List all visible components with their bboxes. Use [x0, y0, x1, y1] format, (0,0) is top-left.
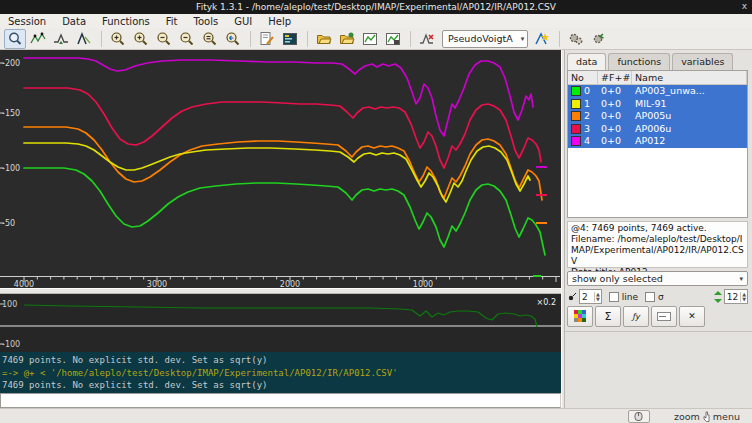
- table-header: No #F+# Name: [568, 71, 747, 85]
- svg-text:-200: -200: [2, 59, 20, 68]
- command-input-wrap: [0, 393, 561, 408]
- table-row[interactable]: 0 0+0 AP003_unwa...: [568, 85, 747, 98]
- auto-add-peak-button[interactable]: [531, 29, 553, 49]
- zoom-whole-button[interactable]: [199, 29, 221, 49]
- output-console-button[interactable]: [279, 29, 301, 49]
- dataset-no: 0: [584, 85, 590, 98]
- zoom-out-vertical-button[interactable]: [176, 29, 198, 49]
- aux-plot[interactable]: 100-100×0.2: [0, 294, 561, 352]
- close-icon[interactable]: x: [742, 1, 747, 11]
- load-data-button[interactable]: [313, 29, 335, 49]
- dataset-no: 1: [584, 98, 590, 111]
- baseline-button[interactable]: [50, 29, 72, 49]
- color-grid-icon: [574, 310, 586, 322]
- dataset-fz: 0+0: [598, 85, 632, 98]
- colors-button[interactable]: [567, 306, 593, 327]
- dataset-color-swatch[interactable]: [571, 99, 581, 109]
- show-filter-dropdown[interactable]: show only selected ▾: [567, 271, 748, 286]
- tab-variables[interactable]: variables: [672, 53, 733, 70]
- dataset-name: AP012: [632, 135, 747, 148]
- svg-text:×0.2: ×0.2: [537, 298, 556, 307]
- svg-text:1000: 1000: [413, 280, 433, 288]
- edit-title-button[interactable]: [651, 306, 677, 327]
- draw-peak-button[interactable]: [73, 29, 95, 49]
- data-range-button[interactable]: [27, 29, 49, 49]
- mouse-icon: [634, 412, 643, 421]
- menu-session[interactable]: Session: [0, 16, 54, 27]
- header-fz: #F+#: [598, 71, 632, 84]
- header-name: Name: [632, 71, 747, 84]
- vertical-shift-icon: [714, 291, 722, 303]
- dataset-buttons: Σ ƒy ✕: [567, 306, 707, 326]
- window-title: Fityk 1.3.1 - /home/aleplo/test/Desktop/…: [196, 2, 556, 12]
- dataset-info: @4: 7469 points, 7469 active. Filename: …: [567, 221, 748, 268]
- svg-text:2000: 2000: [280, 280, 300, 288]
- sidebar-tabs: data functions variables: [567, 53, 735, 70]
- table-row[interactable]: 4 0+0 AP012: [568, 135, 747, 148]
- menu-fit[interactable]: Fit: [158, 16, 186, 27]
- status-bar: zoom menu: [0, 408, 752, 423]
- menu-bar: Session Data Functions Fit Tools GUI Hel…: [0, 14, 752, 29]
- menu-tools[interactable]: Tools: [186, 16, 227, 27]
- dataset-no: 3: [584, 123, 590, 136]
- point-size-icon: [567, 292, 577, 302]
- svg-text:-50: -50: [2, 219, 15, 228]
- hand-pointer-icon: [702, 411, 711, 422]
- load-data-custom-button[interactable]: [336, 29, 358, 49]
- sum-button[interactable]: Σ: [595, 306, 621, 327]
- status-menu-label[interactable]: menu: [713, 411, 740, 422]
- tab-functions[interactable]: functions: [608, 53, 670, 70]
- dataset-color-swatch[interactable]: [571, 124, 581, 134]
- point-size-spinner[interactable]: 2 ▲▼: [579, 289, 602, 304]
- main-plot[interactable]: 4000300020001000-200-150-100-50: [0, 50, 561, 288]
- display-controls: 2 ▲▼ line σ 12 ▲▼: [567, 289, 748, 304]
- output-console: 7469 points. No explicit std. dev. Set a…: [0, 352, 561, 393]
- zoom-in-vertical-button[interactable]: [130, 29, 152, 49]
- line-checkbox[interactable]: [609, 292, 619, 302]
- svg-text:-150: -150: [2, 109, 20, 118]
- console-line: 7469 points. No explicit std. dev. Set a…: [2, 379, 561, 392]
- spinner-arrows-icon[interactable]: ▲▼: [740, 292, 747, 302]
- svg-text:3000: 3000: [147, 280, 167, 288]
- zoom-all-button[interactable]: [4, 29, 26, 49]
- menu-help[interactable]: Help: [260, 16, 299, 27]
- undo-fit-button[interactable]: [588, 29, 610, 49]
- status-right: zoom menu: [628, 410, 752, 423]
- table-row[interactable]: 1 0+0 MIL-91: [568, 98, 747, 111]
- peak-type-dropdown[interactable]: PseudoVoigtA ▾: [442, 30, 528, 48]
- panel-separator: [565, 331, 752, 332]
- shift-spinner[interactable]: 12 ▲▼: [724, 289, 748, 304]
- export-image-button[interactable]: [359, 29, 381, 49]
- header-no: No: [568, 71, 598, 84]
- dataset-color-swatch[interactable]: [571, 111, 581, 121]
- dataset-color-swatch[interactable]: [571, 136, 581, 146]
- dataset-name: AP006u: [632, 123, 747, 136]
- menu-gui[interactable]: GUI: [226, 16, 260, 27]
- script-editor-button[interactable]: [256, 29, 278, 49]
- zoom-in-button[interactable]: [107, 29, 129, 49]
- dataset-color-swatch[interactable]: [571, 86, 581, 96]
- menu-functions[interactable]: Functions: [94, 16, 158, 27]
- point-size-value: 2: [580, 292, 594, 302]
- run-fit-button[interactable]: [565, 29, 587, 49]
- sigma-checkbox[interactable]: [645, 292, 655, 302]
- zoom-previous-button[interactable]: [222, 29, 244, 49]
- delete-dataset-button[interactable]: ✕: [679, 306, 705, 327]
- tab-data[interactable]: data: [567, 53, 606, 70]
- rename-button[interactable]: ƒy: [623, 306, 649, 327]
- table-row[interactable]: 2 0+0 AP005u: [568, 110, 747, 123]
- dataset-summary: @4: 7469 points, 7469 active.: [571, 223, 744, 234]
- plot-config-button[interactable]: [382, 29, 404, 49]
- dataset-fz: 0+0: [598, 110, 632, 123]
- dataset-fz: 0+0: [598, 98, 632, 111]
- menu-data[interactable]: Data: [54, 16, 94, 27]
- delete-function-button[interactable]: [416, 29, 438, 49]
- mouse-mode-button[interactable]: [628, 410, 650, 423]
- zoom-out-button[interactable]: [153, 29, 175, 49]
- dataset-table: No #F+# Name 0 0+0 AP003_unwa... 1 0+0 M…: [567, 70, 748, 218]
- table-row[interactable]: 3 0+0 AP006u: [568, 123, 747, 136]
- sidebar: data functions variables No #F+# Name 0 …: [565, 50, 752, 408]
- status-zoom-label[interactable]: zoom: [674, 411, 700, 422]
- spinner-arrows-icon[interactable]: ▲▼: [594, 292, 601, 302]
- fityk-window: Fityk 1.3.1 - /home/aleplo/test/Desktop/…: [0, 0, 752, 423]
